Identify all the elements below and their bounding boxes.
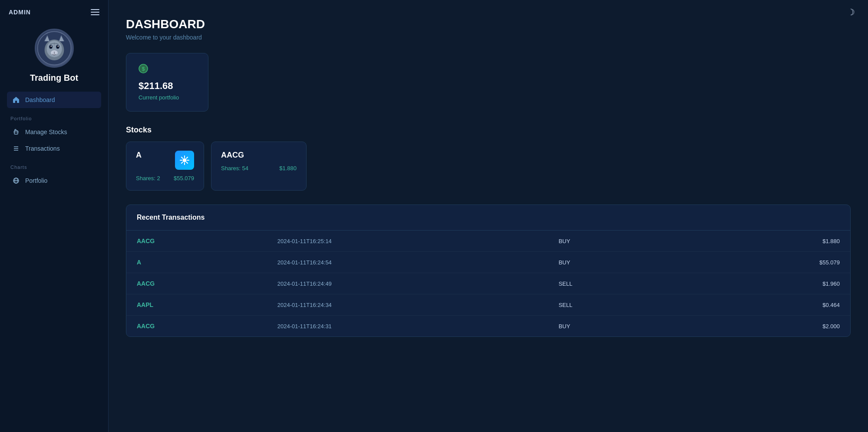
page-subtitle: Welcome to your dashboard <box>126 34 851 41</box>
txn-price-4: $0.464 <box>699 302 840 308</box>
txn-ticker-4: AAPL <box>137 301 277 308</box>
svg-point-27 <box>183 158 186 162</box>
main-content: ☽ DASHBOARD Welcome to your dashboard $ … <box>109 0 868 432</box>
transaction-row-5: AACG 2024-01-11T16:24:31 BUY $2.000 <box>126 316 850 336</box>
sidebar-item-dashboard[interactable]: Dashboard <box>7 92 101 108</box>
stocks-grid: A Shares: 2 $ <box>126 142 851 191</box>
svg-line-32 <box>182 157 183 158</box>
stock-ticker-aacg: AACG <box>221 151 244 160</box>
txn-ticker-1: AACG <box>137 237 277 244</box>
stock-shares-aacg: Shares: 54 <box>221 165 248 171</box>
menu-button[interactable] <box>91 9 99 15</box>
sidebar-item-transactions-label: Transactions <box>25 145 60 152</box>
txn-price-2: $55.079 <box>699 259 840 266</box>
stock-price-a: $55.079 <box>174 175 194 181</box>
stock-ticker-a: A <box>136 151 142 160</box>
home-icon <box>12 96 20 104</box>
nav-section-portfolio: Portfolio Manage Stocks Transactions <box>0 112 108 157</box>
txn-date-3: 2024-01-11T16:24:49 <box>277 280 559 287</box>
stock-price-aacg: $1.880 <box>279 165 297 171</box>
sidebar-item-dashboard-label: Dashboard <box>25 96 55 103</box>
svg-text:$: $ <box>142 66 145 72</box>
transactions-header: Recent Transactions <box>126 205 850 231</box>
stock-icon-a <box>175 151 194 170</box>
stock-card-aacg[interactable]: AACG Shares: 54 $1.880 <box>211 142 307 191</box>
sidebar-item-portfolio-chart-label: Portfolio <box>25 177 47 184</box>
stock-card-aacg-header: AACG <box>221 151 297 160</box>
txn-ticker-5: AACG <box>137 323 277 330</box>
portfolio-section-label: Portfolio <box>7 112 101 124</box>
txn-type-1: BUY <box>558 238 699 244</box>
sidebar-item-transactions[interactable]: Transactions <box>7 140 101 157</box>
stock-card-a[interactable]: A Shares: 2 $ <box>126 142 204 191</box>
page-title: DASHBOARD <box>126 17 851 31</box>
avatar <box>35 29 74 68</box>
stock-shares-a: Shares: 2 <box>136 175 160 181</box>
admin-label: ADMIN <box>9 9 31 16</box>
transaction-row-4: AAPL 2024-01-11T16:24:34 SELL $0.464 <box>126 294 850 316</box>
dollar-icon: $ <box>139 64 196 76</box>
stock-card-aacg-footer: Shares: 54 $1.880 <box>221 165 297 171</box>
sidebar-item-manage-stocks[interactable]: Manage Stocks <box>7 124 101 140</box>
nav-section-main: Dashboard <box>0 92 108 108</box>
svg-point-12 <box>57 46 58 46</box>
svg-line-34 <box>186 157 188 158</box>
nav-section-charts: Charts Portfolio <box>0 161 108 189</box>
globe-icon <box>12 177 20 185</box>
transactions-section: Recent Transactions AACG 2024-01-11T16:2… <box>126 204 851 337</box>
portfolio-label: Current portfolio <box>139 94 196 101</box>
txn-type-2: BUY <box>558 259 699 266</box>
txn-ticker-3: AACG <box>137 280 277 287</box>
txn-type-4: SELL <box>558 302 699 308</box>
transaction-row-1: AACG 2024-01-11T16:25:14 BUY $1.880 <box>126 231 850 252</box>
txn-price-3: $1.960 <box>699 280 840 287</box>
svg-rect-17 <box>14 131 18 134</box>
list-icon <box>12 145 20 152</box>
txn-ticker-2: A <box>137 259 277 266</box>
svg-line-33 <box>186 162 188 163</box>
txn-date-1: 2024-01-11T16:25:14 <box>277 238 559 244</box>
sidebar-item-manage-stocks-label: Manage Stocks <box>25 129 67 135</box>
theme-toggle[interactable]: ☽ <box>847 7 855 17</box>
sidebar-item-portfolio-chart[interactable]: Portfolio <box>7 172 101 189</box>
transaction-row-2: A 2024-01-11T16:24:54 BUY $55.079 <box>126 252 850 273</box>
sidebar: ADMIN <box>0 0 109 432</box>
moon-icon: ☽ <box>847 7 855 17</box>
txn-type-5: BUY <box>558 323 699 330</box>
sidebar-header: ADMIN <box>0 9 108 24</box>
svg-line-35 <box>182 162 183 163</box>
transaction-row-3: AACG 2024-01-11T16:24:49 SELL $1.960 <box>126 273 850 294</box>
stocks-section-title: Stocks <box>126 125 851 135</box>
bot-name: Trading Bot <box>30 73 78 83</box>
portfolio-amount: $211.68 <box>139 80 196 92</box>
stock-card-a-footer: Shares: 2 $55.079 <box>136 175 194 181</box>
txn-price-5: $2.000 <box>699 323 840 330</box>
briefcase-icon <box>12 128 20 136</box>
txn-price-1: $1.880 <box>699 238 840 244</box>
txn-date-2: 2024-01-11T16:24:54 <box>277 259 559 266</box>
txn-date-4: 2024-01-11T16:24:34 <box>277 302 559 308</box>
charts-section-label: Charts <box>7 161 101 172</box>
stock-card-a-header: A <box>136 151 194 170</box>
portfolio-card: $ $211.68 Current portfolio <box>126 53 208 112</box>
txn-date-5: 2024-01-11T16:24:31 <box>277 323 559 330</box>
svg-point-11 <box>50 46 51 46</box>
txn-type-3: SELL <box>558 280 699 287</box>
